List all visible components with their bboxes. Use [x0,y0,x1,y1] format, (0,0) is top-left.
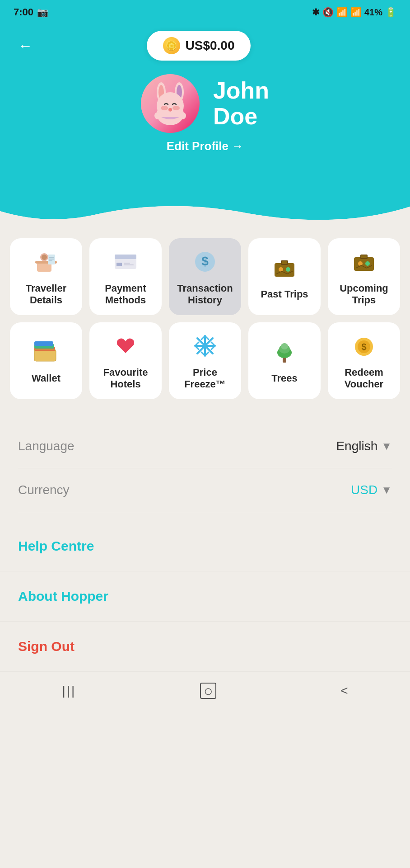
traveller-details-label: Traveller Details [10,283,82,307]
svg-point-35 [365,261,370,266]
wave-separator [0,189,410,225]
payment-methods-label: Payment Methods [89,283,162,307]
transaction-history-label: Transaction History [169,283,241,307]
grid-item-upcoming-trips[interactable]: Upcoming Trips [328,238,400,315]
battery-icon: 🔋 [385,7,396,18]
avatar [141,74,200,133]
avatar-svg [145,79,195,128]
payment-icon [111,247,140,276]
grid-item-payment-methods[interactable]: Payment Methods [89,238,162,315]
grid-item-redeem-voucher[interactable]: $ Redeem Voucher [328,322,400,399]
wallet-label: Wallet [28,373,64,384]
grid-item-trees[interactable]: Trees [248,322,321,399]
help-centre-link[interactable]: Help Centre [18,538,94,553]
home-button[interactable]: ○ [200,683,216,699]
language-row[interactable]: Language English ▼ [18,425,392,468]
svg-point-10 [179,112,186,119]
about-hopper-link[interactable]: About Hopper [18,589,108,604]
trees-icon [270,337,299,366]
status-bar: 7:00 📷 ✱ 🔇 📶 📶 41% 🔋 [0,0,410,23]
grid-item-price-freeze[interactable]: Price Freeze™ [169,322,241,399]
status-time: 7:00 [14,6,33,18]
grid-item-favourite-hotels[interactable]: Favourite Hotels [89,322,162,399]
user-name: John Doe [213,78,269,129]
currency-label: Currency [18,483,70,497]
upcoming-trips-label: Upcoming Trips [328,283,400,307]
battery-text: 41% [364,7,382,18]
svg-point-29 [279,267,283,272]
svg-text:$: $ [361,342,366,352]
wallet-icon [32,337,61,366]
currency-value: USD ▼ [351,483,392,497]
svg-point-30 [286,267,290,272]
svg-point-6 [161,106,168,110]
balance-pill[interactable]: 🪙 US$0.00 [147,31,251,61]
language-chevron-icon: ▼ [381,440,392,453]
grid-row-2: Wallet Favourite Hotels [14,322,396,399]
svg-rect-22 [124,264,134,265]
past-trips-icon [270,253,299,282]
recent-apps-button[interactable]: ||| [62,684,76,698]
status-right: ✱ 🔇 📶 📶 41% 🔋 [312,7,396,18]
back-button[interactable]: ← [18,38,33,54]
sign-out-row[interactable]: Sign Out [0,622,410,672]
svg-rect-26 [275,263,294,277]
bottom-nav: ||| ○ < [0,672,410,712]
video-icon: 📷 [37,7,48,18]
coin-icon: 🪙 [163,37,180,54]
svg-rect-33 [361,255,367,258]
help-centre-row[interactable]: Help Centre [0,521,410,571]
currency-chevron-icon: ▼ [381,484,392,496]
back-nav-button[interactable]: < [340,684,348,698]
profile-row: John Doe [141,74,269,133]
svg-rect-20 [115,255,136,259]
profile-section: John Doe Edit Profile → [141,74,269,153]
traveller-icon [32,247,61,276]
about-hopper-row[interactable]: About Hopper [0,571,410,622]
price-freeze-icon [191,331,219,360]
past-trips-label: Past Trips [257,288,312,300]
bluetooth-icon: ✱ [312,7,320,18]
grid-section: Traveller Details Payment Methods $ [0,225,410,415]
grid-item-past-trips[interactable]: Past Trips [248,238,321,315]
svg-rect-23 [124,263,130,264]
svg-text:$: $ [201,254,209,268]
upcoming-trips-icon [349,247,378,276]
settings-section: Language English ▼ Currency USD ▼ [0,415,410,521]
transaction-icon: $ [191,247,219,276]
status-left: 7:00 📷 [14,6,48,18]
grid-item-transaction-history[interactable]: $ Transaction History [169,238,241,315]
currency-row[interactable]: Currency USD ▼ [18,468,392,512]
svg-rect-39 [34,341,53,346]
svg-point-9 [154,112,162,119]
svg-rect-31 [354,257,374,271]
svg-point-56 [281,343,288,349]
trees-label: Trees [268,373,301,384]
sign-out-link[interactable]: Sign Out [18,639,75,654]
language-label: Language [18,439,75,453]
price-freeze-label: Price Freeze™ [169,367,241,391]
svg-point-34 [358,261,363,266]
header-section: ← 🪙 US$0.00 [0,23,410,189]
grid-row-1: Traveller Details Payment Methods $ [14,238,396,315]
redeem-voucher-label: Redeem Voucher [328,367,400,391]
grid-item-wallet[interactable]: Wallet [10,322,82,399]
mute-icon: 🔇 [322,7,334,18]
redeem-voucher-icon: $ [349,331,378,360]
favourite-hotels-label: Favourite Hotels [89,367,162,391]
svg-rect-28 [282,261,287,264]
svg-point-14 [42,255,47,260]
svg-rect-21 [116,263,122,266]
svg-point-7 [172,106,180,110]
wifi-icon: 📶 [336,7,348,18]
edit-profile-link[interactable]: Edit Profile → [167,139,243,153]
svg-rect-15 [48,255,55,264]
header-top-row: ← 🪙 US$0.00 [18,31,392,61]
signal-icon: 📶 [350,7,362,18]
language-value: English ▼ [336,439,392,453]
balance-amount: US$0.00 [186,38,235,53]
grid-item-traveller-details[interactable]: Traveller Details [10,238,82,315]
favourite-hotels-icon [111,331,140,360]
